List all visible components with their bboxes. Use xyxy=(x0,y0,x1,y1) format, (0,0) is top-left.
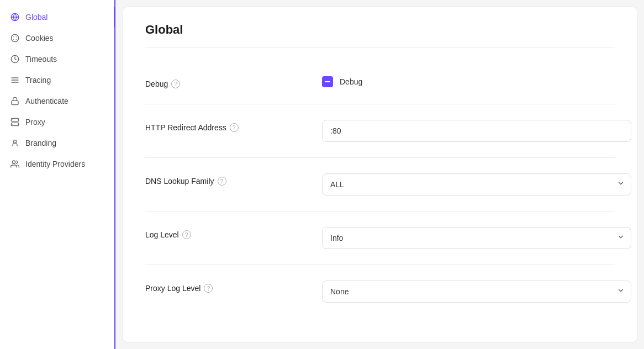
cookie-icon xyxy=(10,33,20,43)
log-level-label: Log Level xyxy=(145,230,179,239)
proxy-log-level-help-icon[interactable]: ? xyxy=(204,284,213,293)
dns-control-col: ALL V4_ONLY V6_ONLY AUTO xyxy=(322,173,631,195)
http-redirect-label: HTTP Redirect Address xyxy=(145,123,226,132)
proxy-log-level-select[interactable]: None Trace Debug Info Warn Error xyxy=(322,281,631,303)
sidebar-item-proxy-label: Proxy xyxy=(25,118,45,126)
sidebar-item-tracing[interactable]: Tracing xyxy=(0,70,115,91)
debug-label: Debug xyxy=(145,80,168,88)
sidebar-item-proxy[interactable]: Proxy xyxy=(0,112,115,133)
log-level-help-icon[interactable]: ? xyxy=(182,230,191,239)
dns-label-col: DNS Lookup Family ? xyxy=(145,173,300,186)
debug-label-col: Debug ? xyxy=(145,76,300,88)
sidebar-item-timeouts-label: Timeouts xyxy=(25,55,57,64)
dns-label: DNS Lookup Family xyxy=(145,177,214,186)
checkbox-minus-icon xyxy=(325,81,330,82)
log-level-control-col: Trace Debug Info Warn Error xyxy=(322,227,631,249)
sidebar-item-authenticate-label: Authenticate xyxy=(25,97,68,105)
server-icon xyxy=(10,117,20,127)
lock-icon xyxy=(10,96,20,106)
clock-icon xyxy=(10,54,20,64)
sidebar-item-authenticate[interactable]: Authenticate xyxy=(0,91,115,112)
list-icon xyxy=(10,75,20,85)
user-circle-icon xyxy=(10,138,20,148)
sidebar-item-branding-label: Branding xyxy=(25,139,56,147)
debug-section: Debug ? Debug xyxy=(145,61,615,104)
sidebar-item-identity-providers[interactable]: Identity Providers xyxy=(0,154,115,174)
page-title: Global xyxy=(145,23,615,47)
log-level-select[interactable]: Trace Debug Info Warn Error xyxy=(322,227,631,249)
sidebar: Global Cookies Timeouts Tracing xyxy=(0,0,116,349)
dns-section: DNS Lookup Family ? ALL V4_ONLY V6_ONLY … xyxy=(145,158,615,211)
globe-icon xyxy=(10,12,20,22)
svg-point-13 xyxy=(12,161,15,163)
dns-help-icon[interactable]: ? xyxy=(218,177,226,186)
http-redirect-input[interactable] xyxy=(322,120,631,142)
sidebar-item-global-label: Global xyxy=(25,13,47,22)
users-icon xyxy=(10,159,20,169)
sidebar-item-branding[interactable]: Branding xyxy=(0,133,115,154)
sidebar-item-tracing-label: Tracing xyxy=(25,76,51,84)
log-level-select-wrapper: Trace Debug Info Warn Error xyxy=(322,227,631,249)
sidebar-item-cookies-label: Cookies xyxy=(25,34,54,43)
svg-rect-7 xyxy=(12,101,18,104)
sidebar-item-global[interactable]: Global xyxy=(0,7,115,28)
debug-help-icon[interactable]: ? xyxy=(171,80,180,88)
proxy-log-level-section: Proxy Log Level ? None Trace Debug Info … xyxy=(145,265,615,318)
proxy-log-level-control-col: None Trace Debug Info Warn Error xyxy=(322,281,631,303)
dns-select-wrapper: ALL V4_ONLY V6_ONLY AUTO xyxy=(322,173,631,195)
main-content: Global Debug ? Debug HTTP Redirect Addre… xyxy=(123,7,637,342)
sidebar-item-cookies[interactable]: Cookies xyxy=(0,28,115,49)
svg-point-2 xyxy=(11,34,18,41)
http-redirect-control-col xyxy=(322,120,631,142)
proxy-log-level-select-wrapper: None Trace Debug Info Warn Error xyxy=(322,281,631,303)
debug-checkbox[interactable] xyxy=(322,76,333,87)
sidebar-item-timeouts[interactable]: Timeouts xyxy=(0,49,115,70)
log-level-label-col: Log Level ? xyxy=(145,227,300,239)
sidebar-item-identity-providers-label: Identity Providers xyxy=(25,160,85,168)
debug-control-col: Debug xyxy=(322,76,615,87)
http-redirect-label-col: HTTP Redirect Address ? xyxy=(145,120,300,132)
debug-checkbox-label: Debug xyxy=(340,77,362,86)
proxy-log-level-label-col: Proxy Log Level ? xyxy=(145,281,300,293)
dns-lookup-select[interactable]: ALL V4_ONLY V6_ONLY AUTO xyxy=(322,173,631,195)
http-redirect-help-icon[interactable]: ? xyxy=(230,123,239,132)
svg-point-12 xyxy=(13,140,16,143)
log-level-section: Log Level ? Trace Debug Info Warn Error xyxy=(145,211,615,265)
http-redirect-section: HTTP Redirect Address ? xyxy=(145,104,615,158)
proxy-log-level-label: Proxy Log Level xyxy=(145,284,200,293)
